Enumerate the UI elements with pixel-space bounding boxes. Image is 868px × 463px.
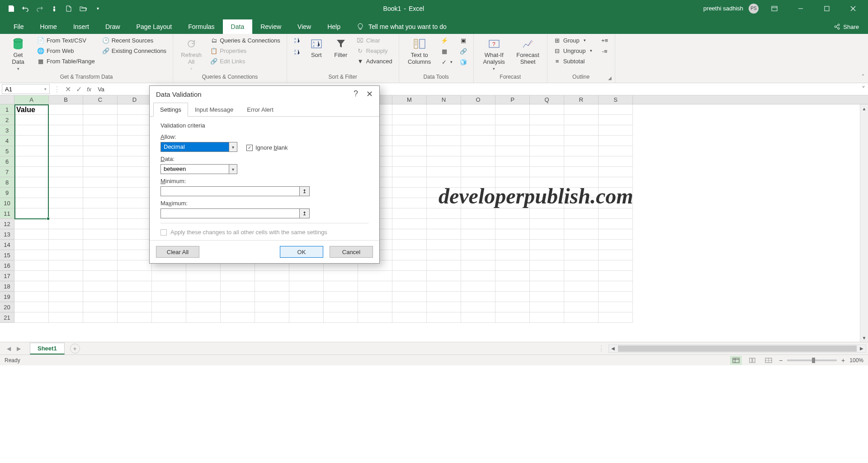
cell[interactable] [530,250,564,260]
cell[interactable] [392,115,427,125]
cell[interactable] [564,219,599,229]
cell[interactable] [461,240,495,250]
cancel-button[interactable]: Cancel [330,246,373,258]
recent-sources-button[interactable]: 🕑Recent Sources [100,36,168,45]
scroll-right-button[interactable]: ▶ [858,345,866,352]
cell[interactable] [49,125,83,136]
cell[interactable] [495,271,530,281]
cell[interactable] [392,156,427,167]
outline-dialog-launcher[interactable]: ◢ [607,75,613,81]
cell[interactable] [427,229,461,240]
vertical-scrollbar[interactable]: ▲ ▼ [860,104,868,342]
cell[interactable] [495,292,530,302]
cell[interactable] [83,250,118,260]
cell[interactable] [118,312,152,323]
cell[interactable] [599,156,633,167]
cell[interactable] [118,250,152,260]
cell[interactable] [83,229,118,240]
cell[interactable] [49,302,83,312]
cell[interactable] [564,188,599,198]
properties-button[interactable]: 📋Properties [208,46,282,55]
cell[interactable] [152,312,186,323]
cell[interactable] [495,260,530,271]
cell[interactable] [221,281,255,292]
cell[interactable] [461,125,495,136]
cell[interactable] [461,208,495,219]
cell[interactable] [564,104,599,115]
cell[interactable] [14,240,49,250]
cell[interactable] [392,271,427,281]
row-header[interactable]: 13 [0,229,14,240]
cell[interactable] [221,312,255,323]
zoom-slider[interactable] [787,359,837,361]
row-header[interactable]: 11 [0,208,14,219]
cell[interactable] [564,229,599,240]
cell[interactable] [599,260,633,271]
cell[interactable] [83,281,118,292]
cell[interactable] [49,250,83,260]
cell[interactable] [118,115,152,125]
collapse-dialog-icon[interactable]: ↥ [299,187,309,196]
cell[interactable] [49,177,83,188]
cell[interactable] [255,312,289,323]
cell[interactable] [392,260,427,271]
tab-insert[interactable]: Insert [65,19,97,34]
cell[interactable] [186,302,221,312]
data-combobox[interactable]: between ▾ [160,164,237,174]
row-header[interactable]: 20 [0,302,14,312]
sort-asc-button[interactable]: AZ [292,36,302,45]
tab-review[interactable]: Review [252,19,289,34]
dialog-titlebar[interactable]: Data Validation ? ✕ [150,86,379,102]
remove-duplicates-button[interactable]: ▦ [439,47,454,56]
cell[interactable] [427,302,461,312]
touch-mode-icon[interactable] [48,2,61,15]
cell[interactable] [461,229,495,240]
cell[interactable] [427,167,461,177]
cell[interactable] [392,104,427,115]
cell[interactable] [83,104,118,115]
cell[interactable] [427,219,461,229]
cell[interactable] [427,292,461,302]
cell[interactable]: Value [14,104,49,115]
zoom-out-button[interactable]: − [779,357,783,364]
cell[interactable] [530,302,564,312]
cell[interactable] [118,146,152,156]
edit-links-button[interactable]: 🔗Edit Links [208,57,282,66]
cell[interactable] [14,219,49,229]
cell[interactable] [530,104,564,115]
cell[interactable] [83,260,118,271]
cell[interactable] [83,219,118,229]
tab-formulas[interactable]: Formulas [180,19,222,34]
ignore-blank-checkbox[interactable]: ✓ Ignore blank [246,144,288,151]
scroll-down-button[interactable]: ▼ [860,334,868,342]
cell[interactable] [14,188,49,198]
close-button[interactable] [843,2,863,15]
cell[interactable] [49,167,83,177]
undo-icon[interactable] [19,2,32,15]
cell[interactable] [186,271,221,281]
cell[interactable] [564,156,599,167]
column-header[interactable]: D [118,95,152,104]
cell[interactable] [564,312,599,323]
cell[interactable] [564,260,599,271]
collapse-dialog-icon[interactable]: ↥ [299,209,309,218]
tab-file[interactable]: File [5,19,32,34]
cell[interactable] [564,302,599,312]
cell[interactable] [118,136,152,146]
cell[interactable] [14,167,49,177]
cell[interactable] [49,115,83,125]
minimum-input[interactable] [161,187,299,196]
column-header[interactable]: S [599,95,633,104]
cell[interactable] [118,198,152,208]
cell[interactable] [83,292,118,302]
page-break-view-button[interactable] [763,356,774,365]
cell[interactable] [49,188,83,198]
cell[interactable] [495,188,530,198]
cell[interactable] [83,115,118,125]
cell[interactable] [427,146,461,156]
cell[interactable] [495,167,530,177]
cell[interactable] [599,250,633,260]
cell[interactable] [427,156,461,167]
cell[interactable] [495,250,530,260]
cell[interactable] [392,219,427,229]
